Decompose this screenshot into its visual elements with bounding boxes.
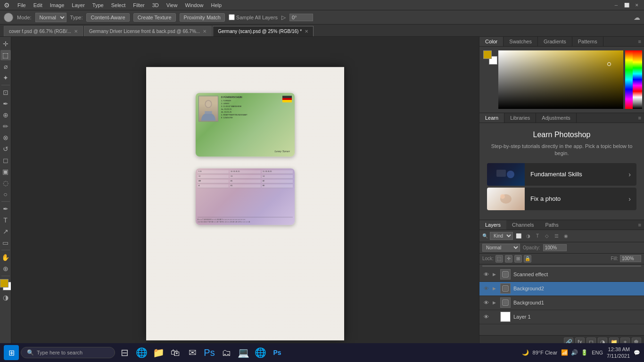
- tab-cover[interactable]: cover f.psd @ 66.7% (RGB/... ✕: [4, 26, 83, 36]
- color-fg-box[interactable]: [483, 50, 492, 59]
- filter-smart-icon[interactable]: ☰: [553, 232, 560, 239]
- color-panel-menu[interactable]: ≡: [636, 37, 644, 46]
- app-logo-icon[interactable]: ⚙: [4, 1, 10, 9]
- menu-file[interactable]: File: [17, 2, 26, 8]
- notification-button[interactable]: 💬: [634, 350, 640, 356]
- filter-type-icon[interactable]: T: [534, 232, 541, 239]
- hue-slider[interactable]: [625, 50, 633, 109]
- angle-input[interactable]: [289, 14, 313, 21]
- taskbar-explorer[interactable]: 📁: [151, 345, 166, 360]
- layer-row-scanned-effect[interactable]: 👁 ▶ Scanned effect: [479, 268, 644, 282]
- create-texture-button[interactable]: Create Texture: [133, 13, 176, 22]
- filter-adjustment-icon[interactable]: ◑: [524, 232, 532, 239]
- menu-select[interactable]: Select: [111, 2, 126, 8]
- menu-help[interactable]: Help: [211, 2, 222, 8]
- filter-toggle[interactable]: ◉: [562, 232, 570, 239]
- layer-row-background1[interactable]: 👁 ▶ Background1: [479, 296, 644, 310]
- learn-panel-menu[interactable]: ≡: [636, 113, 644, 123]
- layer-row-layer1[interactable]: 👁 ▶ Layer 1: [479, 310, 644, 324]
- layer-expand-scanned[interactable]: ▶: [493, 272, 497, 277]
- lock-all-button[interactable]: 🔒: [524, 255, 531, 263]
- lock-position-button[interactable]: ✛: [505, 255, 512, 263]
- taskbar-ps[interactable]: Ps: [202, 345, 217, 360]
- layer-visibility-background1[interactable]: 👁: [482, 299, 490, 306]
- menu-image[interactable]: Image: [50, 2, 65, 8]
- sample-all-layers-checkbox[interactable]: [229, 14, 235, 20]
- learn-card-fundamental[interactable]: Fundamental Skills ›: [487, 163, 636, 186]
- tab-learn[interactable]: Learn: [479, 113, 504, 123]
- tab-germany-scan-close[interactable]: ✕: [305, 29, 308, 34]
- taskbar-edge[interactable]: 🌐: [134, 345, 149, 360]
- blur-tool[interactable]: ◌: [0, 178, 11, 188]
- hand-tool[interactable]: ✋: [0, 252, 11, 263]
- pen-tool[interactable]: ✒: [0, 204, 11, 214]
- tab-patterns[interactable]: Patterns: [572, 37, 603, 46]
- restore-button[interactable]: ⬜: [623, 2, 630, 8]
- wifi-icon[interactable]: 📶: [561, 349, 568, 356]
- layers-kind-select[interactable]: Kind: [490, 232, 513, 240]
- layer-expand-background2[interactable]: ▶: [493, 286, 497, 291]
- battery-icon[interactable]: 🔋: [581, 349, 588, 356]
- path-selection-tool[interactable]: ↗: [0, 226, 11, 237]
- selection-tool[interactable]: ⬚: [0, 50, 11, 60]
- foreground-color-swatch[interactable]: [0, 279, 8, 288]
- menu-window[interactable]: Window: [185, 2, 203, 8]
- proximity-match-button[interactable]: Proximity Match: [180, 13, 225, 22]
- tab-germany-scan[interactable]: Germany (scan).psd @ 25% (RGB/16) * ✕: [213, 26, 314, 36]
- search-bar[interactable]: 🔍 Type here to search: [21, 347, 115, 358]
- taskbar-chrome[interactable]: 🌐: [253, 345, 268, 360]
- layer-visibility-layer1[interactable]: 👁: [482, 313, 490, 321]
- move-tool[interactable]: ✛: [0, 39, 11, 49]
- canvas-area[interactable]: D FÜHRERSCHEIN 1. TURNER 2. LENNY 3. 11.…: [11, 37, 479, 349]
- shape-tool[interactable]: ▭: [0, 238, 11, 248]
- color-gradient-square[interactable]: [498, 50, 623, 109]
- tab-channels[interactable]: Channels: [506, 220, 539, 230]
- layer-visibility-scanned[interactable]: 👁: [482, 271, 490, 278]
- tab-germany-license[interactable]: Germany Driver License front & back.psd …: [84, 26, 212, 36]
- fill-input[interactable]: [620, 255, 641, 262]
- lasso-tool[interactable]: ⌀: [0, 61, 11, 72]
- volume-icon[interactable]: 🔊: [571, 349, 578, 356]
- clone-stamp-tool[interactable]: ⊗: [0, 132, 11, 143]
- taskbar-store[interactable]: 🛍: [168, 345, 183, 360]
- filter-pixel-icon[interactable]: ⬜: [515, 232, 522, 239]
- start-button[interactable]: ⊞: [4, 345, 19, 360]
- tab-layers[interactable]: Layers: [479, 220, 506, 230]
- menu-type[interactable]: Type: [92, 2, 104, 8]
- lock-pixels-button[interactable]: ⬚: [495, 255, 503, 263]
- crop-tool[interactable]: ⊡: [0, 87, 11, 98]
- language-display[interactable]: ENG: [592, 350, 603, 355]
- history-brush-tool[interactable]: ↺: [0, 144, 11, 154]
- eyedropper-tool[interactable]: ✒: [0, 99, 11, 109]
- brush-preview[interactable]: [4, 13, 13, 22]
- learn-card-fixphoto[interactable]: Fix a photo ›: [487, 188, 636, 210]
- tab-color[interactable]: Color: [479, 37, 504, 46]
- menu-view[interactable]: View: [166, 2, 178, 8]
- magic-wand-tool[interactable]: ✦: [0, 73, 11, 83]
- options-extra-btn[interactable]: ☁: [634, 14, 640, 21]
- content-aware-button[interactable]: Content-Aware: [86, 13, 129, 22]
- text-tool[interactable]: T: [0, 215, 11, 225]
- gradient-tool[interactable]: ▣: [0, 166, 11, 177]
- foreground-background-colors[interactable]: [0, 279, 11, 290]
- menu-3d[interactable]: 3D: [152, 2, 159, 8]
- blend-mode-select[interactable]: Normal: [482, 244, 520, 252]
- lock-artboard-button[interactable]: ⊞: [514, 255, 522, 263]
- tab-libraries[interactable]: Libraries: [504, 113, 536, 123]
- document-canvas[interactable]: D FÜHRERSCHEIN 1. TURNER 2. LENNY 3. 11.…: [146, 67, 344, 340]
- minimize-button[interactable]: ─: [613, 2, 619, 8]
- tab-cover-close[interactable]: ✕: [74, 29, 78, 34]
- tab-swatches[interactable]: Swatches: [504, 37, 538, 46]
- layer-expand-background1[interactable]: ▶: [493, 300, 497, 305]
- tab-adjustments[interactable]: Adjustments: [536, 113, 577, 123]
- filter-shape-icon[interactable]: ◇: [543, 232, 551, 239]
- color-spectrum[interactable]: [633, 50, 642, 109]
- close-button[interactable]: ✕: [634, 2, 640, 8]
- color-gradient-area[interactable]: [498, 47, 633, 113]
- quick-mask-tool[interactable]: ◑: [0, 292, 11, 303]
- layer-row-background2[interactable]: 👁 ▶ Background2: [479, 282, 644, 296]
- healing-tool[interactable]: ⊕: [0, 110, 11, 120]
- brush-tool[interactable]: ✏: [0, 121, 11, 132]
- sample-all-layers-label[interactable]: Sample All Layers: [229, 14, 278, 20]
- tab-paths[interactable]: Paths: [540, 220, 564, 230]
